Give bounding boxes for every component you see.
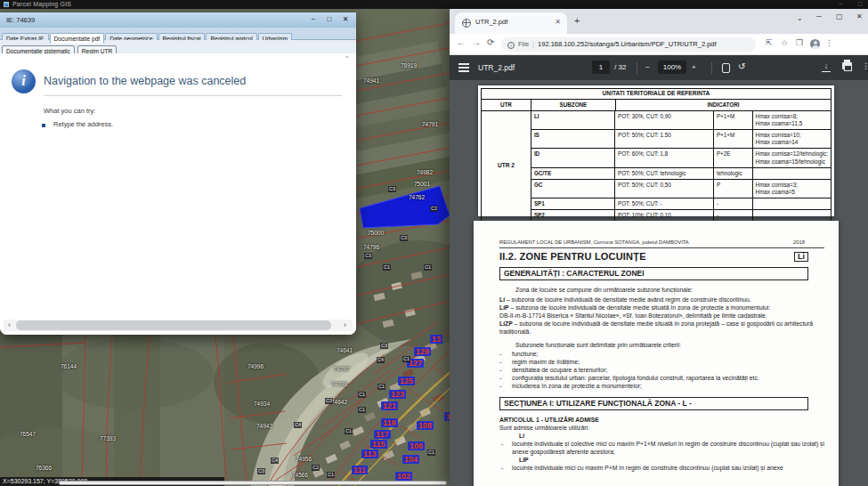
building-label[interactable]: C1 [402, 356, 410, 362]
regim-cell: tehnologic [714, 168, 753, 179]
url-divider: | [532, 40, 534, 48]
pot-cut-cell: POT: 60%; CUT: 1,8 [615, 149, 714, 166]
zoom-out-icon[interactable]: − [645, 61, 650, 74]
gis-minimize-button[interactable]: − [839, 0, 842, 8]
gis-app-title: Parcel Mapping GIS [12, 0, 71, 9]
regim-cell: - [714, 210, 753, 221]
side-panel-icon[interactable]: ❐ [796, 38, 803, 47]
bookmark-star-icon[interactable]: ☆ [781, 38, 788, 47]
zone-badge: Li [794, 252, 808, 262]
ie-minimize-button[interactable]: − [306, 12, 320, 27]
ie-titlebar[interactable]: IE: 74639 − □ ✕ [0, 12, 356, 28]
pdf-page-1: UNITATI TERITORIALE DE REFERINTA UTR SUB… [478, 85, 834, 216]
utilizare-text: locuințe individuale mici cu maxim P+M î… [512, 464, 824, 472]
doc-header-year: 2018 [793, 239, 805, 247]
desktop: 7891974941747917498275001747627500074796… [0, 0, 868, 486]
scrollbar-thumb[interactable] [16, 320, 331, 330]
building-label[interactable]: C1 [424, 264, 432, 271]
map-horizontal-scrollbar[interactable] [59, 481, 447, 485]
subzone-cell: GC/TE [531, 168, 615, 179]
zoom-level[interactable]: 100% [658, 61, 686, 74]
building-label[interactable]: C4 [294, 422, 302, 428]
building-label[interactable]: C3 [325, 398, 333, 404]
building-label[interactable]: C1 [377, 384, 385, 390]
gis-maximize-button[interactable]: □ [858, 0, 862, 8]
url-text: 192.168.100.252/sotanga/5.Urbanism/PDF_U… [538, 40, 717, 48]
utilizare-label: Li [519, 432, 824, 440]
building-label[interactable]: C2 [312, 465, 320, 471]
scroll-right-icon[interactable]: › [344, 320, 346, 331]
table-header: UTR SUBZONE INDICATORI [482, 100, 831, 111]
page-number-input[interactable]: 1 [592, 61, 610, 74]
building-label[interactable]: C3 [400, 235, 408, 241]
pdf-menu-icon[interactable] [458, 63, 469, 74]
scroll-left-icon[interactable]: ‹ [8, 320, 11, 331]
building-label[interactable]: C1 [327, 472, 335, 478]
building-label[interactable]: C4 [271, 458, 279, 464]
pot-cut-cell: POT: 50%; CUT: 0,50 [615, 180, 714, 198]
ie-horizontal-scrollbar[interactable]: ‹ › [4, 320, 353, 331]
utilizare-label: LiP [519, 456, 824, 464]
building-label[interactable]: C1 [427, 450, 435, 456]
chrome-close-button[interactable]: ✕ [856, 12, 863, 20]
pdf-more-menu-icon[interactable]: ⋮ [862, 61, 868, 70]
url-scheme: File [518, 40, 529, 48]
building-label[interactable]: C1 [358, 407, 366, 413]
browser-menu-icon[interactable]: ⋮ [825, 38, 833, 47]
profile-avatar[interactable] [810, 39, 820, 49]
chrome-maximize-button[interactable]: ▢ [836, 12, 843, 20]
table-row: IS POT: 50%; CUT: 1.50 P+1+M Hmax cornis… [531, 130, 831, 149]
divider [44, 95, 342, 96]
subzone-cell: SP1 [531, 198, 615, 209]
share-icon[interactable]: ⇱ [766, 38, 773, 47]
section-title: II.2. ZONE PENTRU LOCUINȚE [499, 253, 646, 261]
building-label[interactable]: C1 [383, 264, 391, 271]
ie-close-button[interactable]: ✕ [338, 12, 353, 27]
criteria-item: densitatea de ocupare a terenurilor; [499, 366, 824, 374]
building-label[interactable]: C1 [358, 392, 366, 398]
page-info-icon[interactable]: i [507, 42, 515, 49]
reload-icon[interactable]: ⟳ [487, 37, 494, 47]
tab-close-icon[interactable]: ✕ [555, 18, 561, 26]
download-icon[interactable]: ↓ [822, 61, 831, 70]
utilizare-admisa: Li locuințe individuale și colective mic… [499, 432, 824, 456]
rotate-icon[interactable]: ↺ [738, 61, 745, 71]
building-label[interactable]: C3 [257, 468, 265, 474]
doc-header-left: REGULAMENT LOCAL DE URBANISM, Comuna SOT… [499, 239, 689, 247]
subzone-definition: DB-II-m-B-17714 Biserica « Sfantul Nicol… [499, 312, 824, 320]
toolbar-divider [711, 62, 712, 74]
scroll-up-icon[interactable]: ⌃ [344, 55, 350, 63]
subzone-definition: LiZP – subzona de locuire individuală de… [499, 320, 824, 336]
pdf-page-2: REGULAMENT LOCAL DE URBANISM, Comuna SOT… [474, 221, 839, 486]
building-label[interactable]: C2 [430, 206, 438, 212]
building-label[interactable]: C1 [345, 428, 353, 434]
tab-search-chevron-icon[interactable]: ⌄ [797, 14, 803, 22]
bullet-icon [42, 124, 45, 127]
pot-cut-cell: POT: 50%; CUT: 1.50 [615, 130, 714, 148]
building-label[interactable]: C3 [364, 253, 372, 259]
subzone-cell: LI [531, 111, 615, 129]
table-row: ID POT: 60%; CUT: 1,8 P+2E Hmax cornisa=… [531, 149, 831, 167]
browser-tab[interactable]: UTR_2.pdf ✕ [455, 12, 567, 34]
generalitati-heading: GENERALITĂȚI : CARACTERUL ZONEI [499, 267, 808, 280]
criteria-item: regim maxim de înălțime; [499, 358, 824, 366]
back-icon[interactable]: ← [457, 37, 466, 47]
print-icon[interactable] [842, 62, 852, 69]
hmax-cell: Hmax cornisa=10; Hmax coama=14 [753, 130, 831, 148]
ie-tabstrip: Date Extras IEDocumentatie pdfDate geome… [0, 28, 356, 40]
building-label[interactable]: C4 [377, 357, 385, 363]
forward-icon[interactable]: → [472, 37, 481, 47]
pot-cut-cell: POT: 30%, CUT: 0,90 [615, 111, 714, 129]
ie-window-title: IE: 74639 [6, 16, 35, 24]
address-bar[interactable]: iFile|192.168.100.252/sotanga/5.Urbanism… [501, 37, 756, 52]
pdf-viewport[interactable]: UNITATI TERITORIALE DE REFERINTA UTR SUB… [450, 80, 868, 486]
criteria-intro: Subzonele funcționale sunt delimitate pr… [499, 341, 824, 349]
ie-maximize-button[interactable]: □ [322, 12, 337, 27]
building-label[interactable]: C3 [380, 343, 388, 349]
chrome-minimize-button[interactable]: ─ [816, 12, 822, 20]
ie-tab[interactable]: Documentatie pdf [50, 33, 105, 44]
zoom-in-icon[interactable]: + [692, 61, 696, 74]
new-tab-button[interactable]: + [574, 15, 580, 26]
fit-page-icon[interactable] [722, 63, 730, 73]
building-label[interactable]: C3 [388, 186, 396, 192]
